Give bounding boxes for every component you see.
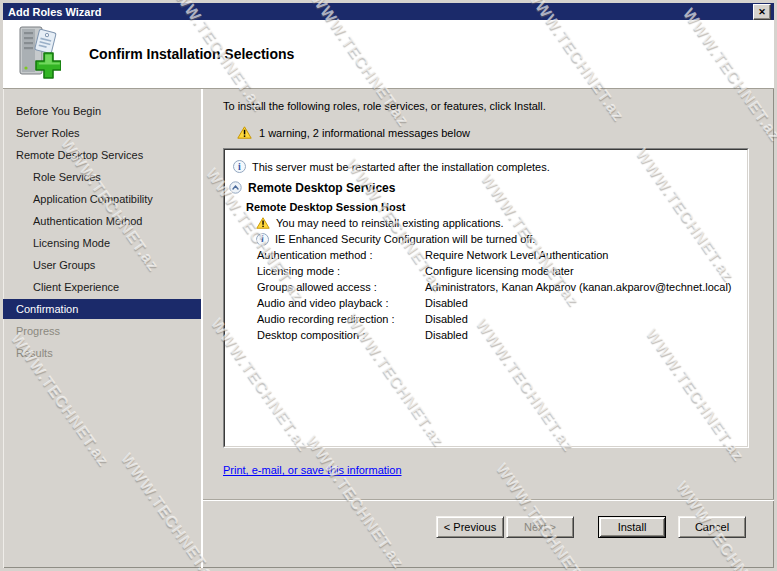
sidebar-item-progress: Progress bbox=[3, 320, 201, 342]
messages-summary-text: 1 warning, 2 informational messages belo… bbox=[259, 127, 470, 139]
instruction-text: To install the following roles, role ser… bbox=[223, 100, 749, 112]
confirmation-page-content: To install the following roles, role ser… bbox=[203, 89, 774, 499]
sidebar-item-application-compatibility[interactable]: Application Compatibility bbox=[3, 188, 201, 210]
sidebar-item-before-you-begin[interactable]: Before You Begin bbox=[3, 100, 201, 122]
sidebar-item-licensing-mode[interactable]: Licensing Mode bbox=[3, 232, 201, 254]
previous-button[interactable]: < Previous bbox=[436, 516, 504, 538]
sidebar-item-results: Results bbox=[3, 342, 201, 364]
info-message: IE Enhanced Security Configuration will … bbox=[225, 231, 747, 247]
sidebar-item-server-roles[interactable]: Server Roles bbox=[3, 122, 201, 144]
restart-notice: This server must be restarted after the … bbox=[225, 156, 747, 177]
cancel-button[interactable]: Cancel bbox=[678, 516, 746, 538]
title-bar: Add Roles Wizard bbox=[3, 3, 774, 20]
close-icon[interactable] bbox=[753, 4, 771, 20]
page-title: Confirm Installation Selections bbox=[89, 46, 294, 62]
install-button[interactable]: Install bbox=[598, 516, 666, 538]
window-title: Add Roles Wizard bbox=[8, 6, 753, 18]
server-add-icon bbox=[13, 26, 61, 82]
sidebar-item-user-groups[interactable]: User Groups bbox=[3, 254, 201, 276]
section-remote-desktop-services: Remote Desktop Services bbox=[225, 177, 747, 198]
setting-desktop-composition: Desktop composition : Disabled bbox=[225, 327, 747, 343]
setting-licensing-mode: Licensing mode : Configure licensing mod… bbox=[225, 263, 747, 279]
add-roles-wizard-window: Add Roles Wizard Confirm Installation Se… bbox=[0, 0, 777, 571]
setting-authentication-method: Authentication method : Require Network … bbox=[225, 247, 747, 263]
info-icon bbox=[256, 233, 269, 246]
sidebar-item-authentication-method[interactable]: Authentication Method bbox=[3, 210, 201, 232]
wizard-steps-sidebar: Before You Begin Server Roles Remote Des… bbox=[3, 89, 203, 568]
setting-audio-video-playback: Audio and video playback : Disabled bbox=[225, 295, 747, 311]
sidebar-item-confirmation[interactable]: Confirmation bbox=[3, 299, 201, 319]
print-email-save-link[interactable]: Print, e-mail, or save this information bbox=[223, 464, 402, 476]
setting-audio-recording-redirection: Audio recording redirection : Disabled bbox=[225, 311, 747, 327]
next-button: Next > bbox=[506, 516, 574, 538]
warning-message: You may need to reinstall existing appli… bbox=[225, 215, 747, 231]
collapse-chevron-icon[interactable] bbox=[229, 181, 242, 194]
confirmation-summary-box: This server must be restarted after the … bbox=[223, 148, 749, 448]
sidebar-item-client-experience[interactable]: Client Experience bbox=[3, 276, 201, 298]
footer-button-bar: < Previous Next > Install Cancel bbox=[203, 501, 774, 568]
restart-notice-text: This server must be restarted after the … bbox=[252, 161, 550, 173]
info-icon bbox=[233, 160, 246, 173]
messages-summary: 1 warning, 2 informational messages belo… bbox=[223, 126, 749, 139]
warning-icon bbox=[256, 217, 270, 229]
section-title: Remote Desktop Services bbox=[248, 181, 395, 195]
subsection-rd-session-host: Remote Desktop Session Host bbox=[225, 198, 747, 215]
warning-icon bbox=[237, 126, 252, 139]
setting-groups-allowed-access: Groups allowed access : Administrators, … bbox=[225, 279, 747, 295]
sidebar-item-role-services[interactable]: Role Services bbox=[3, 166, 201, 188]
sidebar-item-remote-desktop-services[interactable]: Remote Desktop Services bbox=[3, 144, 201, 166]
wizard-header: Confirm Installation Selections bbox=[3, 20, 774, 89]
